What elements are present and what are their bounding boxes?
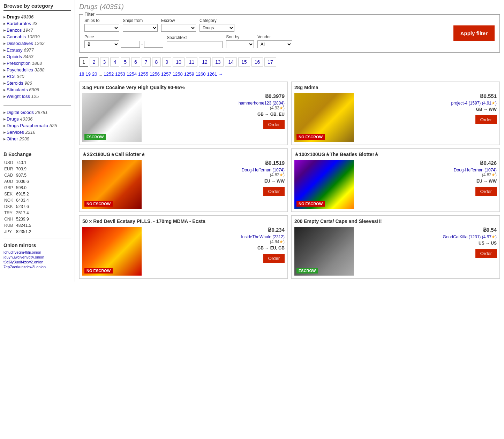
pagination-link[interactable]: 4	[110, 57, 119, 67]
sidebar-cat-link[interactable]: Weight loss 125	[7, 94, 39, 99]
order-button[interactable]: Order	[263, 120, 285, 129]
pagination-next-button[interactable]: →	[218, 71, 223, 77]
pagination-link[interactable]: 1260	[196, 71, 206, 77]
sidebar-cat-link[interactable]: Psychedelics 3288	[7, 67, 44, 72]
order-button[interactable]: Order	[475, 187, 497, 196]
product-vendor[interactable]: Doug-Heffernan (1074)	[145, 168, 285, 172]
sidebar-cat-link[interactable]: Drugs 40336	[7, 14, 33, 20]
product-info: Ƀ0.3979 hammerhome123 (2804) (4.93★) GB …	[145, 93, 285, 129]
pagination-link[interactable]: 6	[131, 57, 140, 67]
pagination-link[interactable]: 1257	[161, 71, 171, 77]
pagination-link[interactable]: 1254	[127, 71, 137, 77]
sidebar-cat-link[interactable]: RCs 340	[7, 74, 24, 79]
pagination-link[interactable]: 1252	[104, 71, 114, 77]
product-title: 200 Empty Carts/ Caps and Sleeves!!!	[294, 218, 497, 224]
sidebar-cat-item: ▸Steroids 986	[3, 80, 71, 86]
vendor-select[interactable]: All	[257, 40, 292, 48]
sidebar-cat-link[interactable]: Opioids 3453	[7, 54, 33, 59]
category-select[interactable]: Drugs	[200, 24, 234, 32]
sidebar-sec-cat-link[interactable]: Other 2038	[7, 136, 29, 141]
sidebar-cat-link[interactable]: Dissociatives 1262	[7, 41, 44, 46]
price-min-input[interactable]	[121, 41, 140, 48]
pagination-link[interactable]: 3	[100, 57, 109, 67]
ships-from-select[interactable]	[123, 24, 158, 32]
sidebar-cat-link[interactable]: Barbiturates 43	[7, 21, 37, 26]
pagination-row1: 1234567891011121314151617	[79, 57, 500, 67]
pagination-link[interactable]: 15	[238, 57, 250, 67]
pagination-link[interactable]: 1261	[207, 71, 217, 77]
pagination-link[interactable]: 12	[199, 57, 211, 67]
pagination-link[interactable]: 8	[152, 57, 161, 67]
sidebar-sec-cat-link[interactable]: Services 2216	[7, 130, 35, 135]
product-vendor[interactable]: hammerhome123 (2804)	[145, 101, 285, 106]
pagination-link[interactable]: 14	[225, 57, 237, 67]
ships-to-select[interactable]	[84, 24, 119, 32]
pagination-link[interactable]: 1256	[150, 71, 160, 77]
pagination-link[interactable]: 7	[142, 57, 151, 67]
order-button[interactable]: Order	[263, 187, 285, 196]
sidebar-cat-item: ▸Stimulants 6906	[3, 86, 71, 93]
sidebar-sec-cat-link[interactable]: Digital Goods 29781	[7, 110, 48, 115]
exchange-currency: SEK	[4, 191, 15, 197]
cat-bullet: ▸	[3, 21, 6, 26]
product-title: 3.5g Pure Cocaine Very High Quality 90-9…	[82, 85, 285, 90]
order-button[interactable]: Order	[475, 249, 497, 258]
onion-link[interactable]: lchudifyeqm4ldjj.onion	[3, 250, 71, 254]
sidebar-cat-link[interactable]: Steroids 986	[7, 80, 32, 86]
sidebar-sec-cat-link[interactable]: Drugs Paraphernalia 525	[7, 123, 57, 128]
product-vendor[interactable]: Doug-Heffernan (1074)	[357, 168, 497, 172]
onion-link[interactable]: jd6yhuwcivehvdt4.onion	[3, 255, 71, 259]
pagination-link[interactable]: 1259	[184, 71, 194, 77]
pagination-link[interactable]: 19	[85, 71, 90, 77]
product-card: 3.5g Pure Cocaine Very High Quality 90-9…	[79, 82, 288, 145]
price-currency-select[interactable]: Ƀ	[84, 40, 119, 48]
product-vendor[interactable]: GoodCatKilla (1231) (4.97★)	[357, 234, 497, 239]
pagination-link[interactable]: 13	[212, 57, 224, 67]
product-body: NO ESCROW Ƀ0.551 project-4 (1597) (4.91★…	[294, 93, 497, 142]
exchange-rate: 598.0	[16, 185, 33, 191]
price-dash: -	[141, 42, 143, 47]
pagination-link[interactable]: 2	[90, 57, 99, 67]
pagination-link[interactable]: 20	[92, 71, 97, 77]
product-vendor[interactable]: InsideTheWhale (2312)	[145, 234, 285, 239]
exchange-rate: 6915.2	[16, 191, 33, 197]
escrow-badge: NO ESCROW	[84, 268, 113, 274]
pagination-link[interactable]: 17	[264, 57, 276, 67]
searchtext-input[interactable]	[167, 41, 223, 48]
pagination-link[interactable]: 1	[79, 57, 88, 67]
sidebar-sec-cat-item: ▸Services 2216	[3, 129, 71, 136]
sidebar-cat-link[interactable]: Cannabis 10839	[7, 34, 40, 39]
product-price: Ƀ0.426	[357, 160, 497, 166]
pagination-link[interactable]: 16	[251, 57, 263, 67]
order-button[interactable]: Order	[263, 254, 285, 263]
pagination-link[interactable]: 10	[173, 57, 185, 67]
pagination-link[interactable]: 5	[121, 57, 130, 67]
sidebar-sec-cat-link[interactable]: Drugs 40336	[7, 116, 32, 122]
price-max-input[interactable]	[144, 41, 163, 48]
onion-link[interactable]: t3e6ly3uoif4zcw2.onion	[3, 260, 71, 264]
ships-to-group: Ships to	[84, 18, 119, 32]
cat-bullet: ▸	[3, 14, 6, 20]
sidebar-cat-link[interactable]: Benzos 1947	[7, 28, 33, 33]
product-card: ★100x100UG★The Beatles Blotter★ NO ESCRO…	[291, 148, 500, 212]
pagination-link[interactable]: 18	[79, 71, 84, 77]
sort-by-select[interactable]	[226, 40, 254, 48]
exchange-currency: TRY	[4, 210, 15, 216]
pagination-link[interactable]: 1255	[138, 71, 148, 77]
sidebar-cat-link[interactable]: Stimulants 6906	[7, 87, 39, 92]
main-content: Drugs (40351) Filter Ships to Ships from	[75, 0, 504, 282]
exchange-rate-row: GBP598.0	[4, 185, 33, 191]
onion-link[interactable]: 7ep7acrkunzdcw3l.onion	[3, 265, 71, 269]
pagination-link[interactable]: 9	[162, 57, 171, 67]
order-button[interactable]: Order	[475, 115, 497, 124]
pagination-link[interactable]: 11	[186, 57, 198, 67]
pagination-link[interactable]: 1258	[173, 71, 183, 77]
pagination-link[interactable]: 1253	[115, 71, 125, 77]
cat-bullet: ▸	[3, 67, 6, 72]
escrow-select[interactable]	[161, 24, 196, 32]
product-vendor[interactable]: project-4 (1597) (4.91★)	[357, 101, 497, 106]
sidebar-cat-link[interactable]: Prescription 1863	[7, 61, 42, 66]
sidebar-cat-link[interactable]: Ecstasy 6977	[7, 47, 34, 53]
filter-bottom-row: Price Ƀ - Searchtext	[84, 34, 450, 48]
apply-filter-button[interactable]: Apply filter	[453, 25, 495, 41]
